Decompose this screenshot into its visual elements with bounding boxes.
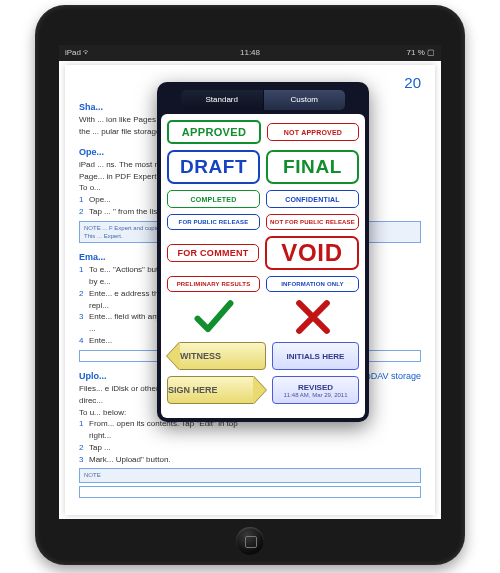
stamp-revised-label: REVISED <box>298 383 333 392</box>
stamp-final[interactable]: FINAL <box>266 150 359 184</box>
cross-icon <box>291 298 335 336</box>
page-number: 20 <box>404 73 421 93</box>
stamp-not-approved[interactable]: NOT APPROVED <box>267 123 359 141</box>
body-text: Tap ... " from the list. <box>89 207 162 216</box>
stamp-draft[interactable]: DRAFT <box>167 150 260 184</box>
popover-tabbar: Standard Custom <box>181 90 345 110</box>
stamp-witness[interactable]: WITNESS <box>179 342 266 370</box>
stamp-for-public-release[interactable]: FOR PUBLIC RELEASE <box>167 214 260 230</box>
body-text: Tap ... <box>89 443 111 452</box>
status-time: 11:48 <box>59 45 441 61</box>
stamp-confidential[interactable]: CONFIDENTIAL <box>266 190 359 208</box>
status-bar: iPad ᯤ 11:48 71 % ▢ <box>59 45 441 61</box>
stamp-initials-here[interactable]: INITIALS HERE <box>272 342 359 370</box>
stamp-sign-here[interactable]: SIGN HERE <box>167 376 254 404</box>
body-text: Mark... Upload" button. <box>89 455 171 464</box>
body-text: right... <box>89 431 421 442</box>
stamp-void[interactable]: VOID <box>265 236 359 270</box>
body-text: Ope... <box>89 195 111 204</box>
stamp-revised-date: 11:48 AM, Mar 29, 2011 <box>283 392 347 398</box>
home-button[interactable] <box>236 527 264 555</box>
tab-custom[interactable]: Custom <box>264 90 346 110</box>
checkmark-icon <box>192 298 236 336</box>
input-line <box>79 486 421 498</box>
stamp-completed[interactable]: COMPLETED <box>167 190 260 208</box>
stamp-approved[interactable]: APPROVED <box>167 120 261 144</box>
stamps-popover: Standard Custom APPROVED NOT APPROVED DR… <box>157 82 369 422</box>
ipad-screen: iPad ᯤ 11:48 71 % ▢ 20 Sha... With ... i… <box>59 45 441 519</box>
stamp-information-only[interactable]: INFORMATION ONLY <box>266 276 359 292</box>
note-box: NOTE <box>79 468 421 482</box>
stamp-for-comment[interactable]: FOR COMMENT <box>167 244 259 262</box>
ipad-frame: iPad ᯤ 11:48 71 % ▢ 20 Sha... With ... i… <box>35 5 465 565</box>
stamp-preliminary-results[interactable]: PRELIMINARY RESULTS <box>167 276 260 292</box>
stamp-revised[interactable]: REVISED 11:48 AM, Mar 29, 2011 <box>272 376 359 404</box>
tab-standard[interactable]: Standard <box>181 90 264 110</box>
body-text: Ente... <box>89 336 112 345</box>
stamps-grid: APPROVED NOT APPROVED DRAFT FINAL COMPLE… <box>161 114 365 418</box>
stamp-not-for-public-release[interactable]: NOT FOR PUBLIC RELEASE <box>266 214 359 230</box>
stamp-checkmark[interactable] <box>167 298 260 336</box>
stamp-cross[interactable] <box>266 298 359 336</box>
